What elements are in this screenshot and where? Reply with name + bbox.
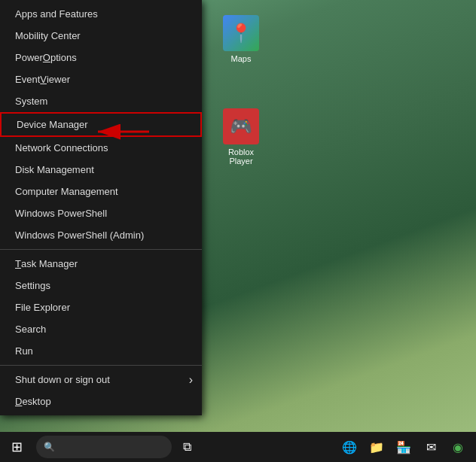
separator-after-run [0, 365, 202, 366]
roblox-icon-label: RobloxPlayer [228, 147, 254, 166]
menu-item-event-viewer[interactable]: Event Viewer [0, 68, 202, 90]
edge-icon[interactable]: 🌐 [337, 432, 362, 462]
edge-browser-icon: 🌐 [342, 440, 357, 454]
menu-item-shut-down[interactable]: Shut down or sign out [0, 369, 202, 391]
separator-after-windows-powershell-admin [0, 249, 202, 250]
menu-item-disk-management[interactable]: Disk Management [0, 159, 202, 181]
menu-item-search[interactable]: Search [0, 318, 202, 340]
roblox-icon: 🎮 [223, 108, 259, 144]
mail-envelope-icon: ✉ [426, 440, 436, 454]
file-explorer-taskbar-icon[interactable]: 📁 [365, 432, 389, 462]
menu-item-run[interactable]: Run [0, 340, 202, 362]
start-button[interactable]: ⊞ [0, 432, 33, 462]
menu-item-computer-management[interactable]: Computer Management [0, 181, 202, 202]
ms-store-icon: 🏪 [396, 440, 411, 454]
menu-item-windows-powershell-admin[interactable]: Windows PowerShell (Admin) [0, 224, 202, 246]
menu-item-apps-features[interactable]: Apps and Features [0, 3, 202, 25]
roblox-desktop-icon[interactable]: 🎮 RobloxPlayer [211, 108, 271, 166]
menu-item-mobility-center[interactable]: Mobility Center [0, 25, 202, 47]
maps-icon: 📍 [223, 15, 259, 51]
menu-item-system[interactable]: System [0, 90, 202, 112]
red-arrow [90, 117, 151, 147]
taskbar: ⊞ 🔍 ⧉ 🌐 📁 🏪 ✉ ◉ [0, 432, 476, 462]
menu-item-file-explorer[interactable]: File Explorer [0, 296, 202, 318]
task-view-icon: ⧉ [183, 440, 191, 454]
taskbar-system-icons: 🌐 📁 🏪 ✉ ◉ [337, 432, 476, 462]
menu-item-desktop[interactable]: Desktop [0, 391, 202, 412]
folder-icon: 📁 [369, 440, 384, 454]
task-view-button[interactable]: ⧉ [175, 432, 199, 462]
mail-icon[interactable]: ✉ [419, 432, 443, 462]
store-icon[interactable]: 🏪 [392, 432, 416, 462]
windows-logo-icon: ⊞ [11, 439, 23, 455]
context-menu: Apps and FeaturesMobility CenterPower Op… [0, 0, 202, 415]
desktop-icons-area: 📍 Maps 🎮 RobloxPlayer [211, 15, 271, 178]
taskbar-search[interactable]: 🔍 [36, 436, 172, 458]
menu-item-task-manager[interactable]: Task Manager [0, 253, 202, 275]
maps-icon-label: Maps [231, 54, 252, 63]
chrome-icon[interactable]: ◉ [446, 432, 470, 462]
menu-item-settings[interactable]: Settings [0, 275, 202, 296]
search-icon: 🔍 [44, 442, 55, 452]
menu-item-windows-powershell[interactable]: Windows PowerShell [0, 202, 202, 224]
menu-item-power-options[interactable]: Power Options [0, 47, 202, 68]
chrome-browser-icon: ◉ [453, 440, 463, 454]
maps-desktop-icon[interactable]: 📍 Maps [211, 15, 271, 63]
